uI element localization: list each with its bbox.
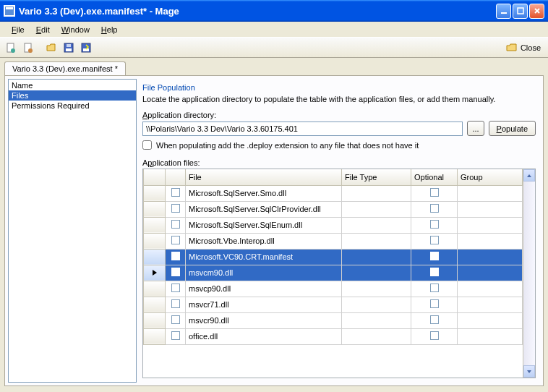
- menu-edit[interactable]: Edit: [30, 24, 56, 35]
- row-check[interactable]: [166, 297, 186, 312]
- row-header[interactable]: [144, 217, 166, 233]
- populate-button[interactable]: Populate: [489, 121, 536, 136]
- files-grid[interactable]: File File Type Optional Group Microsoft.…: [142, 169, 536, 378]
- section-list[interactable]: NameFilesPermissions Required: [8, 79, 137, 383]
- optional-cell[interactable]: [411, 217, 458, 233]
- filetype-cell[interactable]: [342, 328, 411, 344]
- sidebar-item-name[interactable]: Name: [9, 80, 136, 90]
- row-header[interactable]: [144, 185, 166, 201]
- row-header[interactable]: [144, 297, 166, 312]
- deploy-extension-checkbox[interactable]: [142, 140, 152, 150]
- close-button[interactable]: [529, 4, 544, 19]
- group-cell[interactable]: [458, 217, 523, 233]
- chk-col[interactable]: [166, 169, 186, 185]
- file-cell[interactable]: Microsoft.SqlServer.Smo.dll: [186, 185, 342, 201]
- file-col[interactable]: File: [186, 169, 342, 185]
- filetype-cell[interactable]: [342, 297, 411, 312]
- group-cell[interactable]: [458, 249, 523, 265]
- row-check[interactable]: [166, 185, 186, 201]
- group-cell[interactable]: [458, 328, 523, 344]
- row-check[interactable]: [166, 281, 186, 297]
- file-cell[interactable]: msvcm90.dll: [186, 265, 342, 281]
- table-row[interactable]: Microsoft.VC90.CRT.manifest: [144, 249, 523, 265]
- table-row[interactable]: msvcp90.dll: [144, 281, 523, 297]
- optional-cell[interactable]: [411, 249, 458, 265]
- row-header[interactable]: [144, 328, 166, 344]
- optional-cell[interactable]: [411, 281, 458, 297]
- maximize-button[interactable]: [513, 4, 528, 19]
- filetype-cell[interactable]: [342, 201, 411, 217]
- filetype-cell[interactable]: [342, 185, 411, 201]
- file-cell[interactable]: msvcp90.dll: [186, 281, 342, 297]
- scroll-up-icon[interactable]: [523, 169, 535, 182]
- filetype-cell[interactable]: [342, 249, 411, 265]
- row-header[interactable]: [144, 249, 166, 265]
- group-cell[interactable]: [458, 233, 523, 249]
- group-col[interactable]: Group: [458, 169, 523, 185]
- filetype-cell[interactable]: [342, 233, 411, 249]
- row-check[interactable]: [166, 249, 186, 265]
- row-check[interactable]: [166, 233, 186, 249]
- table-row[interactable]: Microsoft.SqlServer.SqlClrProvider.dll: [144, 201, 523, 217]
- file-cell[interactable]: msvcr90.dll: [186, 312, 342, 328]
- toolbar-close-button[interactable]: Close: [506, 42, 545, 54]
- row-check[interactable]: [166, 201, 186, 217]
- table-row[interactable]: msvcr71.dll: [144, 297, 523, 312]
- new-file-icon[interactable]: [3, 40, 19, 56]
- filetype-col[interactable]: File Type: [342, 169, 411, 185]
- row-check[interactable]: [166, 312, 186, 328]
- optional-cell[interactable]: [411, 185, 458, 201]
- filetype-cell[interactable]: [342, 217, 411, 233]
- optional-cell[interactable]: [411, 312, 458, 328]
- group-cell[interactable]: [458, 185, 523, 201]
- row-header[interactable]: [144, 312, 166, 328]
- group-cell[interactable]: [458, 312, 523, 328]
- file-cell[interactable]: Microsoft.VC90.CRT.manifest: [186, 249, 342, 265]
- file-cell[interactable]: Microsoft.SqlServer.SqlClrProvider.dll: [186, 201, 342, 217]
- table-row[interactable]: office.dll: [144, 328, 523, 344]
- file-cell[interactable]: msvcr71.dll: [186, 297, 342, 312]
- filetype-cell[interactable]: [342, 265, 411, 281]
- row-check[interactable]: [166, 217, 186, 233]
- save-icon[interactable]: [61, 40, 77, 56]
- row-header-col[interactable]: [144, 169, 166, 185]
- row-check[interactable]: [166, 265, 186, 281]
- optional-cell[interactable]: [411, 265, 458, 281]
- group-cell[interactable]: [458, 297, 523, 312]
- table-row[interactable]: Microsoft.SqlServer.SqlEnum.dll: [144, 217, 523, 233]
- new-doc-icon[interactable]: [20, 40, 36, 56]
- file-cell[interactable]: Microsoft.SqlServer.SqlEnum.dll: [186, 217, 342, 233]
- grid-scrollbar[interactable]: [523, 169, 535, 378]
- table-row[interactable]: msvcm90.dll: [144, 265, 523, 281]
- directory-input[interactable]: [142, 122, 463, 136]
- browse-button[interactable]: ...: [467, 121, 484, 136]
- optional-cell[interactable]: [411, 328, 458, 344]
- group-cell[interactable]: [458, 281, 523, 297]
- row-check[interactable]: [166, 328, 186, 344]
- table-row[interactable]: Microsoft.SqlServer.Smo.dll: [144, 185, 523, 201]
- scroll-down-icon[interactable]: [523, 365, 535, 378]
- optional-cell[interactable]: [411, 233, 458, 249]
- open-icon[interactable]: [43, 40, 59, 56]
- optional-cell[interactable]: [411, 201, 458, 217]
- menu-window[interactable]: Window: [56, 24, 95, 35]
- minimize-button[interactable]: [496, 4, 511, 19]
- sidebar-item-files[interactable]: Files: [9, 90, 136, 101]
- filetype-cell[interactable]: [342, 312, 411, 328]
- row-header[interactable]: [144, 233, 166, 249]
- group-cell[interactable]: [458, 201, 523, 217]
- group-cell[interactable]: [458, 265, 523, 281]
- document-tab[interactable]: Vario 3.3 (Dev).exe.manifest *: [4, 61, 126, 75]
- table-row[interactable]: msvcr90.dll: [144, 312, 523, 328]
- row-header[interactable]: [144, 201, 166, 217]
- row-header[interactable]: [144, 265, 166, 281]
- optional-col[interactable]: Optional: [411, 169, 458, 185]
- table-row[interactable]: Microsoft.Vbe.Interop.dll: [144, 233, 523, 249]
- sidebar-item-permissions-required[interactable]: Permissions Required: [9, 101, 136, 111]
- optional-cell[interactable]: [411, 297, 458, 312]
- save-sign-icon[interactable]: [78, 40, 94, 56]
- file-cell[interactable]: Microsoft.Vbe.Interop.dll: [186, 233, 342, 249]
- menu-help[interactable]: Help: [95, 24, 124, 35]
- filetype-cell[interactable]: [342, 281, 411, 297]
- menu-file[interactable]: File: [6, 24, 30, 35]
